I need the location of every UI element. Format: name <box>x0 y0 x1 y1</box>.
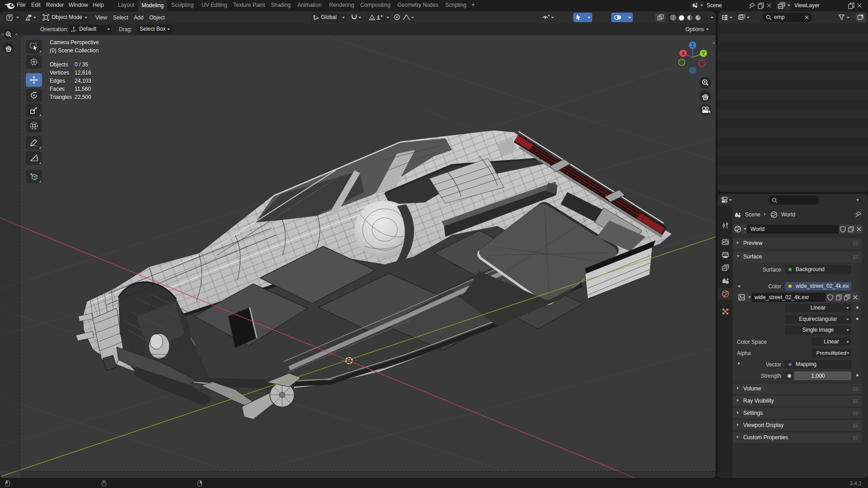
svg-text:Z: Z <box>691 43 694 48</box>
svg-text:Y: Y <box>702 51 705 56</box>
svg-text:X: X <box>682 51 685 56</box>
